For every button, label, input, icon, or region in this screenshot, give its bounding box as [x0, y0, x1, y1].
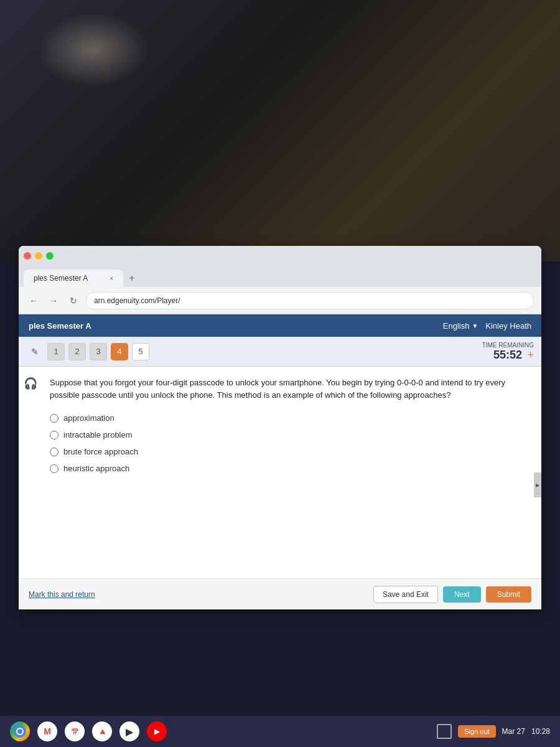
refresh-button[interactable]: ↻: [66, 293, 81, 308]
tab-label: ples Semester A: [34, 274, 88, 283]
taskbar-time: 10:28: [531, 727, 550, 736]
taskbar-right: Sign out Mar 27 10:28: [437, 724, 550, 739]
taskbar-date: Mar 27: [502, 727, 525, 736]
browser-tab-bar: ples Semester A × +: [19, 266, 541, 287]
drive-icon[interactable]: 🔺: [92, 721, 112, 741]
action-bar: Mark this and return Save and Exit Next …: [19, 578, 541, 609]
user-name: Kinley Heath: [485, 321, 531, 331]
gmail-icon[interactable]: M: [37, 721, 57, 741]
mark-return-link[interactable]: Mark this and return: [29, 590, 95, 599]
browser-maximize-button[interactable]: [46, 252, 54, 260]
timer-value: 55:52: [493, 349, 522, 361]
scroll-arrow-icon[interactable]: ▶: [534, 472, 541, 497]
radio-c[interactable]: [50, 448, 58, 456]
question-nav-bar: ✎ 1 2 3 4 5 TIME REMAINING 55:52 +: [19, 337, 541, 367]
photo-background: [0, 0, 560, 261]
action-buttons: Save and Exit Next Submit: [373, 586, 531, 603]
address-input[interactable]: [86, 292, 534, 309]
tab-close-icon[interactable]: ×: [110, 275, 113, 282]
question-button-1[interactable]: 1: [47, 343, 65, 360]
question-text: Suppose that you forgot your four-digit …: [31, 377, 529, 401]
address-bar: ← → ↻: [19, 287, 541, 314]
question-button-4[interactable]: 4: [111, 343, 128, 360]
headphone-icon[interactable]: 🎧: [24, 377, 37, 390]
timer-plus-icon[interactable]: +: [527, 349, 534, 361]
play-icon[interactable]: ▶: [119, 721, 139, 741]
timer-label: TIME REMAINING: [482, 342, 534, 349]
browser-window: ples Semester A × + ← → ↻ ples Semester …: [19, 246, 541, 609]
browser-close-button[interactable]: [24, 252, 31, 260]
answer-option-c[interactable]: brute force approach: [50, 447, 529, 456]
answer-option-a[interactable]: approximation: [50, 413, 529, 423]
next-button[interactable]: Next: [443, 586, 481, 603]
browser-tab[interactable]: ples Semester A ×: [24, 270, 123, 287]
answer-option-d[interactable]: heuristic approach: [50, 464, 529, 473]
radio-a[interactable]: [50, 414, 58, 423]
language-chevron-icon: ▼: [472, 322, 478, 329]
browser-titlebar: [19, 246, 541, 266]
question-button-2[interactable]: 2: [68, 343, 86, 360]
browser-minimize-button[interactable]: [35, 252, 42, 260]
app-container: ples Semester A English ▼ Kinley Heath ✎…: [19, 314, 541, 609]
save-exit-button[interactable]: Save and Exit: [373, 586, 438, 603]
app-header: ples Semester A English ▼ Kinley Heath: [19, 314, 541, 337]
submit-button[interactable]: Submit: [486, 586, 531, 603]
question-area: 🎧 Suppose that you forgot your four-digi…: [19, 367, 541, 578]
calendar-icon[interactable]: 📅: [65, 721, 85, 741]
timer-section: TIME REMAINING 55:52 +: [482, 342, 534, 362]
radio-b[interactable]: [50, 431, 58, 439]
edit-icon[interactable]: ✎: [26, 343, 44, 360]
answer-option-b[interactable]: intractable problem: [50, 430, 529, 439]
option-c-text: brute force approach: [63, 447, 138, 456]
question-button-5[interactable]: 5: [132, 343, 149, 360]
screen-icon: [437, 724, 452, 739]
question-button-3[interactable]: 3: [90, 343, 107, 360]
back-button[interactable]: ←: [26, 293, 41, 308]
option-a-text: approximation: [63, 413, 114, 423]
taskbar: M 📅 🔺 ▶ ▶ Sign out Mar 27 10:28: [0, 716, 560, 747]
chrome-icon[interactable]: [10, 721, 30, 741]
forward-button[interactable]: →: [46, 293, 61, 308]
language-selector[interactable]: English ▼: [443, 321, 478, 331]
option-b-text: intractable problem: [63, 430, 133, 439]
svg-point-2: [17, 729, 22, 734]
header-right: English ▼ Kinley Heath: [443, 321, 531, 331]
new-tab-button[interactable]: +: [123, 270, 141, 287]
answer-options: approximation intractable problem brute …: [31, 413, 529, 473]
radio-d[interactable]: [50, 464, 58, 473]
language-label: English: [443, 321, 470, 331]
sign-out-button[interactable]: Sign out: [458, 725, 495, 738]
app-title: ples Semester A: [29, 321, 91, 331]
youtube-icon[interactable]: ▶: [147, 721, 167, 741]
option-d-text: heuristic approach: [63, 464, 129, 473]
